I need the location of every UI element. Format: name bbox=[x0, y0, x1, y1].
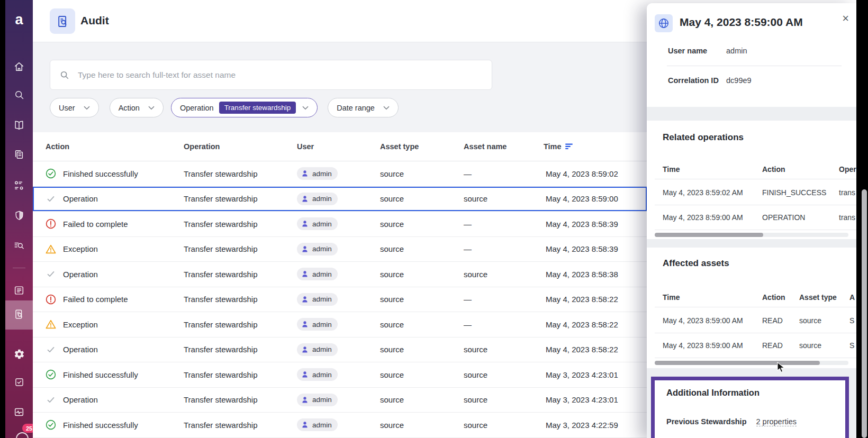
affected-assets-heading: Affected assets bbox=[663, 258, 729, 269]
user-chip[interactable]: admin bbox=[297, 193, 338, 205]
asset-name-cell: source bbox=[456, 345, 536, 354]
filter-action[interactable]: Action bbox=[110, 98, 164, 117]
action-label: Exception bbox=[63, 244, 98, 253]
copy-docs-icon bbox=[13, 149, 25, 162]
user-chip[interactable]: admin bbox=[297, 343, 338, 356]
status-operation-icon bbox=[46, 269, 56, 279]
operation-cell: Transfer stewardship bbox=[176, 295, 290, 304]
additional-information-row: Previous Stewardship 2 properties bbox=[666, 417, 797, 426]
sidebar-item-lists[interactable] bbox=[5, 280, 33, 303]
search-input[interactable] bbox=[77, 70, 482, 80]
table-row-selected[interactable]: OperationTransfer stewardshipadminsource… bbox=[33, 187, 647, 212]
asset-name-cell: — bbox=[456, 244, 536, 253]
avatar[interactable] bbox=[16, 432, 29, 438]
table-row[interactable]: OperationTransfer stewardshipadminsource… bbox=[33, 262, 647, 287]
table-row[interactable]: Failed to completeTransfer stewardshipad… bbox=[33, 287, 647, 313]
filter-date-range[interactable]: Date range bbox=[328, 98, 399, 117]
app-window: a 25 Audit User Action O bbox=[0, 0, 868, 438]
user-chip[interactable]: admin bbox=[297, 268, 338, 280]
app-logo[interactable]: a bbox=[5, 12, 33, 28]
check-square-icon bbox=[14, 377, 25, 390]
doc-search-icon bbox=[13, 308, 25, 322]
operation-cell: Transfer stewardship bbox=[176, 270, 290, 279]
table-row[interactable]: Finished successfullyTransfer stewardshi… bbox=[33, 413, 647, 438]
table-row[interactable]: Failed to completeTransfer stewardshipad… bbox=[33, 212, 647, 237]
time-cell: May 4, 2023 8:58:22 bbox=[536, 320, 647, 329]
filter-operation[interactable]: Operation Transfer stewardship bbox=[171, 98, 318, 117]
column-header-action[interactable]: Action bbox=[46, 142, 176, 151]
column-header-time[interactable]: Time bbox=[536, 142, 647, 151]
sidebar-item-data-discovery[interactable] bbox=[5, 235, 33, 258]
user-icon bbox=[301, 421, 309, 429]
workflow-icon bbox=[13, 180, 25, 194]
table-row[interactable]: ExceptionTransfer stewardshipadminsource… bbox=[33, 237, 647, 262]
column-header-asset-type[interactable]: Asset type bbox=[373, 142, 456, 151]
user-cell: admin bbox=[290, 343, 373, 356]
sidebar-item-governance[interactable] bbox=[5, 205, 33, 228]
detail-panel-header-card: May 4, 2023 8:59:00 AM × User name admin… bbox=[647, 3, 856, 107]
sidebar-item-settings[interactable] bbox=[5, 343, 33, 367]
audit-table: Action Operation User Asset type Asset n… bbox=[33, 132, 647, 438]
scrollbar-thumb[interactable] bbox=[655, 361, 820, 365]
table-row[interactable]: OperationTransfer stewardshipadminsource… bbox=[33, 388, 647, 413]
user-chip[interactable]: admin bbox=[297, 243, 338, 256]
mini-cell: May 4, 2023 8:59:00 AM bbox=[663, 213, 743, 222]
filter-date-range-label: Date range bbox=[337, 104, 375, 112]
action-cell: Finished successfully bbox=[46, 369, 176, 380]
asset-type-cell: source bbox=[373, 270, 456, 279]
vertical-scrollbar[interactable] bbox=[862, 189, 867, 438]
user-cell: admin bbox=[290, 293, 373, 306]
filter-user[interactable]: User bbox=[50, 98, 99, 117]
operation-cell: Transfer stewardship bbox=[176, 370, 290, 379]
table-row[interactable]: Finished successfullyTransfer stewardshi… bbox=[33, 362, 647, 388]
user-chip[interactable]: admin bbox=[297, 368, 338, 381]
table-row[interactable]: ExceptionTransfer stewardshipadminsource… bbox=[33, 312, 647, 337]
sidebar-item-assets[interactable] bbox=[5, 144, 33, 167]
gear-icon bbox=[14, 349, 25, 362]
column-header-user[interactable]: User bbox=[290, 142, 373, 151]
asset-name-cell: source bbox=[456, 395, 536, 404]
column-header-operation[interactable]: Operation bbox=[176, 142, 290, 151]
scrollbar-thumb[interactable] bbox=[655, 233, 763, 237]
sidebar-item-catalog[interactable] bbox=[5, 115, 33, 138]
action-cell: Exception bbox=[46, 319, 176, 330]
user-chip[interactable]: admin bbox=[297, 293, 338, 306]
horizontal-scrollbar[interactable] bbox=[655, 361, 848, 365]
user-chip[interactable]: admin bbox=[297, 318, 338, 331]
user-chip[interactable]: admin bbox=[297, 418, 338, 431]
mini-cell: trans bbox=[839, 188, 855, 197]
sort-descending-icon bbox=[565, 143, 573, 150]
affected-assets-card: Affected assets TimeActionAsset typeAMay… bbox=[647, 248, 856, 368]
time-cell: May 4, 2023 8:58:39 bbox=[536, 244, 647, 253]
sidebar-item-search[interactable] bbox=[5, 84, 33, 107]
asset-type-cell: source bbox=[373, 220, 456, 229]
status-failed-icon bbox=[46, 294, 56, 305]
table-row[interactable]: OperationTransfer stewardshipadminsource… bbox=[33, 337, 647, 363]
user-icon bbox=[301, 169, 309, 178]
sidebar-item-tasks[interactable] bbox=[5, 371, 33, 395]
event-type-icon-container bbox=[655, 14, 673, 32]
mini-column-header: Time bbox=[663, 293, 680, 302]
user-chip[interactable]: admin bbox=[297, 217, 338, 230]
action-cell: Finished successfully bbox=[46, 168, 176, 179]
table-row[interactable]: Finished successfullyTransfer stewardshi… bbox=[33, 161, 647, 187]
search-box[interactable] bbox=[50, 60, 492, 90]
column-header-asset-name[interactable]: Asset name bbox=[456, 142, 536, 151]
filter-operation-value-badge[interactable]: Transfer stewardship bbox=[219, 102, 296, 114]
user-cell: admin bbox=[290, 318, 373, 331]
user-chip[interactable]: admin bbox=[297, 394, 338, 406]
related-operations-card: Related operations TimeActionOperMay 4, … bbox=[647, 121, 856, 239]
sidebar-item-monitoring[interactable] bbox=[5, 402, 33, 425]
time-cell: May 4, 2023 8:58:38 bbox=[536, 270, 647, 279]
sidebar-item-home[interactable] bbox=[5, 56, 33, 79]
close-icon[interactable]: × bbox=[842, 13, 849, 24]
sidebar-item-workflows[interactable] bbox=[5, 175, 33, 198]
divider bbox=[655, 358, 856, 358]
filter-bar: User Action Operation Transfer stewardsh… bbox=[50, 98, 399, 117]
user-chip[interactable]: admin bbox=[297, 167, 338, 180]
horizontal-scrollbar[interactable] bbox=[655, 233, 848, 237]
status-operation-icon bbox=[46, 344, 56, 355]
list-icon bbox=[13, 285, 25, 298]
sidebar-item-audit-active[interactable] bbox=[5, 304, 33, 327]
previous-stewardship-value[interactable]: 2 properties bbox=[756, 417, 797, 426]
